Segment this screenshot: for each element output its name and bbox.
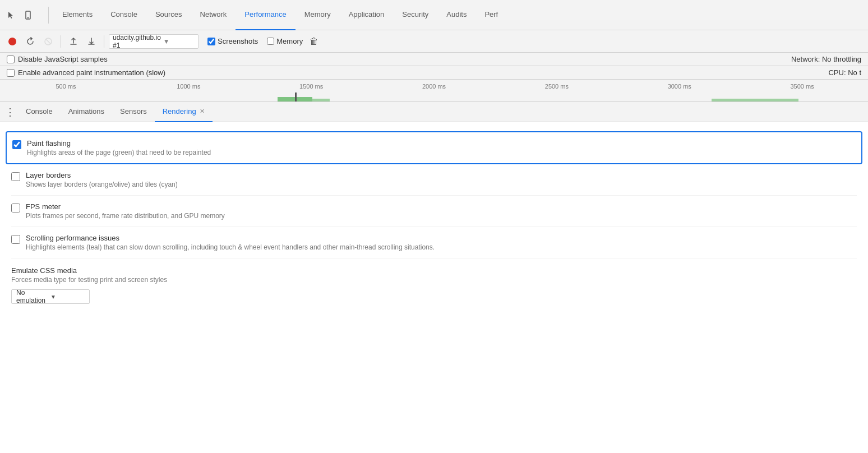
- tab-sensors[interactable]: Sensors: [112, 102, 155, 122]
- tab-console[interactable]: Console: [101, 0, 146, 30]
- disable-js-label[interactable]: Disable JavaScript samples: [7, 55, 108, 63]
- tab-audits[interactable]: Audits: [437, 0, 475, 30]
- cpu-option: CPU: No t: [828, 68, 861, 77]
- scrolling-perf-text: Scrolling performance issues Highlights …: [26, 234, 857, 251]
- scrolling-perf-option: Scrolling performance issues Highlights …: [11, 227, 857, 258]
- url-selector[interactable]: udacity.github.io #1 ▼: [109, 34, 198, 49]
- tab-sources[interactable]: Sources: [146, 0, 191, 30]
- record-dot: [8, 38, 16, 45]
- toolbar-divider-1: [61, 35, 61, 48]
- upload-button[interactable]: [66, 34, 81, 49]
- emulate-css-value: No emulation: [16, 289, 50, 304]
- scrolling-perf-checkbox[interactable]: [11, 235, 20, 244]
- layer-borders-title: Layer borders: [26, 171, 857, 179]
- devtools-icons: [4, 8, 35, 22]
- options-row-1: Disable JavaScript samples Network: No t…: [0, 53, 868, 66]
- close-rendering-tab[interactable]: ✕: [200, 108, 205, 115]
- timeline-label-500: 500 ms: [4, 83, 127, 90]
- emulate-css-title: Emulate CSS media: [11, 266, 857, 275]
- emulate-caret-icon: ▼: [50, 294, 85, 300]
- emulate-css-desc: Forces media type for testing print and …: [11, 276, 857, 284]
- record-button[interactable]: [4, 34, 20, 49]
- layer-borders-desc: Shows layer borders (orange/olive) and t…: [26, 181, 857, 188]
- paint-flashing-checkbox[interactable]: [12, 140, 21, 149]
- toolbar-divider-2: [104, 35, 104, 48]
- fps-meter-text: FPS meter Plots frames per second, frame…: [26, 202, 857, 220]
- layer-borders-checkbox[interactable]: [11, 172, 20, 181]
- layer-borders-text: Layer borders Shows layer borders (orang…: [26, 171, 857, 188]
- fps-meter-title: FPS meter: [26, 202, 857, 211]
- timeline-label-1000: 1000 ms: [127, 83, 250, 90]
- timeline-bar[interactable]: 500 ms 1000 ms 1500 ms 2000 ms 2500 ms 3…: [0, 80, 868, 102]
- stop-button[interactable]: [40, 34, 56, 49]
- paint-flashing-option: Paint flashing Highlights areas of the p…: [6, 131, 862, 164]
- emulate-css-select[interactable]: No emulation ▼: [11, 289, 90, 304]
- timeline-label-2000: 2000 ms: [373, 83, 496, 90]
- paint-flashing-title: Paint flashing: [27, 139, 856, 147]
- toolbar-row: udacity.github.io #1 ▼ Screenshots Memor…: [0, 30, 868, 53]
- download-button[interactable]: [84, 34, 99, 49]
- paint-flashing-text: Paint flashing Highlights areas of the p…: [27, 139, 856, 156]
- disable-js-checkbox[interactable]: [7, 56, 15, 63]
- screenshots-checkbox-label[interactable]: Screenshots: [207, 37, 258, 45]
- scrolling-perf-desc: Highlights elements (teal) that can slow…: [26, 243, 857, 251]
- caret-icon: ▼: [163, 38, 195, 45]
- timeline-labels: 500 ms 1000 ms 1500 ms 2000 ms 2500 ms 3…: [0, 83, 868, 90]
- enable-paint-checkbox[interactable]: [7, 69, 15, 77]
- mobile-icon[interactable]: [21, 8, 35, 22]
- enable-paint-label[interactable]: Enable advanced paint instrumentation (s…: [7, 68, 165, 77]
- bottom-tab-bar: ⋮ Console Animations Sensors Rendering ✕: [0, 102, 868, 122]
- emulate-css-section: Emulate CSS media Forces media type for …: [11, 258, 857, 312]
- tab-console-bottom[interactable]: Console: [18, 102, 61, 122]
- svg-rect-1: [27, 17, 29, 19]
- tab-perf[interactable]: Perf: [475, 0, 507, 30]
- screenshots-checkbox[interactable]: [207, 38, 215, 45]
- top-tab-bar: Elements Console Sources Network Perform…: [0, 0, 868, 30]
- tab-rendering[interactable]: Rendering ✕: [155, 102, 213, 122]
- trash-icon[interactable]: 🗑: [310, 36, 318, 47]
- layer-borders-option: Layer borders Shows layer borders (orang…: [11, 164, 857, 196]
- scrolling-perf-title: Scrolling performance issues: [26, 234, 857, 242]
- fps-meter-checkbox[interactable]: [11, 204, 20, 212]
- divider-1: [48, 7, 49, 24]
- memory-checkbox[interactable]: [267, 38, 274, 45]
- reload-button[interactable]: [22, 34, 38, 49]
- tab-network[interactable]: Network: [191, 0, 236, 30]
- tab-memory[interactable]: Memory: [296, 0, 340, 30]
- fps-meter-desc: Plots frames per second, frame rate dist…: [26, 212, 857, 220]
- timeline-label-1500: 1500 ms: [250, 83, 373, 90]
- options-row-2: Enable advanced paint instrumentation (s…: [0, 66, 868, 80]
- timeline-label-3500: 3500 ms: [741, 83, 864, 90]
- cursor-icon[interactable]: [4, 8, 18, 22]
- tab-application[interactable]: Application: [340, 0, 394, 30]
- tab-security[interactable]: Security: [393, 0, 437, 30]
- timeline-label-3000: 3000 ms: [618, 83, 741, 90]
- paint-flashing-desc: Highlights areas of the page (green) tha…: [27, 149, 856, 156]
- more-tabs-button[interactable]: ⋮: [4, 102, 16, 122]
- tab-animations[interactable]: Animations: [61, 102, 112, 122]
- memory-checkbox-label[interactable]: Memory: [267, 37, 303, 45]
- main-content: Paint flashing Highlights areas of the p…: [0, 122, 868, 453]
- svg-line-3: [46, 39, 50, 44]
- tab-elements[interactable]: Elements: [53, 0, 101, 30]
- timeline-label-2500: 2500 ms: [495, 83, 618, 90]
- fps-meter-option: FPS meter Plots frames per second, frame…: [11, 196, 857, 227]
- network-option: Network: No throttling: [791, 55, 861, 63]
- tab-performance[interactable]: Performance: [236, 0, 295, 30]
